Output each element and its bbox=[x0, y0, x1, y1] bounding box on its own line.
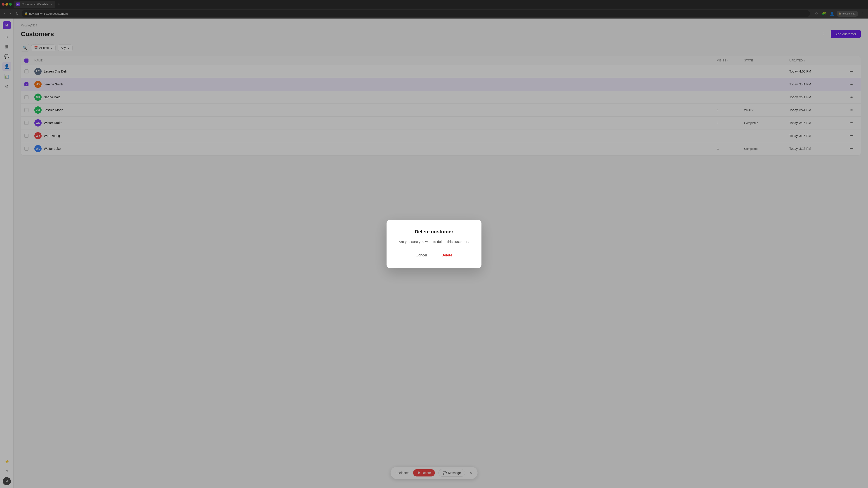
modal-cancel-button[interactable]: Cancel bbox=[412, 252, 431, 259]
modal-delete-button[interactable]: Delete bbox=[438, 252, 456, 259]
modal-actions: Cancel Delete bbox=[397, 252, 471, 259]
modal-overlay[interactable]: Delete customer Are you sure you want to… bbox=[0, 0, 868, 488]
modal-title: Delete customer bbox=[397, 229, 471, 235]
modal-body: Are you sure you want to delete this cus… bbox=[397, 239, 471, 245]
delete-customer-modal: Delete customer Are you sure you want to… bbox=[386, 220, 482, 268]
